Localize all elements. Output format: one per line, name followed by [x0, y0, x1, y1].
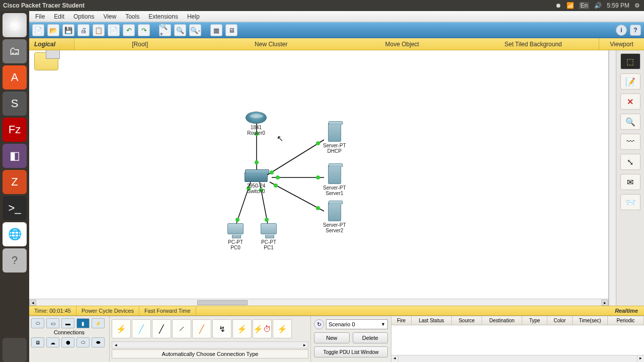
pdu-col-periodic[interactable]: Periodic	[608, 316, 644, 325]
dash-icon[interactable]: ◎	[3, 13, 27, 37]
serial-dce-icon[interactable]: ⚡⏱	[253, 319, 272, 338]
device-router0[interactable]: 1841Router0	[246, 112, 267, 136]
pdu-col-source[interactable]: Source	[452, 316, 482, 325]
record-icon[interactable]: ⏺	[555, 2, 561, 9]
auto-cable-icon[interactable]: ⚡	[112, 319, 131, 338]
simple-pdu-icon[interactable]: ✉	[620, 174, 640, 190]
straight-cable-icon[interactable]: ╱	[152, 319, 171, 338]
switches-category-icon[interactable]: ▭	[46, 318, 59, 328]
pdu-col-laststatus[interactable]: Last Status	[412, 316, 452, 325]
delete-tool-icon[interactable]: ✕	[620, 94, 640, 110]
power-icon[interactable]: ⚙	[634, 2, 640, 9]
print-icon[interactable]: 🖨	[77, 24, 90, 36]
info-icon[interactable]: i	[616, 25, 627, 36]
menu-view[interactable]: View	[103, 13, 116, 20]
undo-icon[interactable]: ↶	[123, 24, 135, 36]
pdu-hscroll[interactable]: ◂ ▸	[391, 355, 644, 362]
zoom-in-icon[interactable]: 🔍+	[159, 24, 171, 36]
device-server2[interactable]: Server-PTServer2	[323, 202, 346, 233]
misc-icon[interactable]: ⬬	[92, 337, 105, 347]
toggle-pdu-list-button[interactable]: Toggle PDU List Window	[314, 346, 388, 357]
pdu-col-color[interactable]: Color	[547, 316, 573, 325]
pdu-col-destination[interactable]: Destination	[482, 316, 522, 325]
app-icon-2[interactable]: S	[3, 92, 27, 116]
root-button[interactable]: [Root]	[74, 41, 206, 48]
app-icon-4[interactable]: Z	[3, 170, 27, 194]
power-cycle-button[interactable]: Power Cycle Devices	[76, 306, 139, 315]
conn-hscroll[interactable]: ◂ ▸	[112, 341, 308, 348]
resize-tool-icon[interactable]: ⤡	[620, 154, 640, 170]
open-file-icon[interactable]: 📂	[47, 24, 59, 36]
multiuser-icon[interactable]: ⬭	[76, 337, 90, 347]
wifi-icon[interactable]: 📶	[567, 2, 574, 9]
pdu-col-time[interactable]: Time(sec)	[573, 316, 608, 325]
device-switch0[interactable]: 2950-24Switch0	[245, 172, 268, 194]
set-tiled-bg-button[interactable]: Set Tiled Background	[468, 41, 599, 48]
menu-edit[interactable]: Edit	[54, 13, 64, 20]
scenario-cycle-icon[interactable]: ↻	[314, 319, 324, 329]
pdu-list-body[interactable]	[391, 325, 644, 355]
menu-extensions[interactable]: Extensions	[148, 13, 178, 20]
note-tool-icon[interactable]: 📝	[620, 73, 640, 89]
clock[interactable]: 5:59 PM	[607, 2, 629, 9]
select-tool-icon[interactable]: ⬚	[620, 53, 640, 69]
menu-help[interactable]: Help	[187, 13, 200, 20]
custom-devices-icon[interactable]: 🖥	[225, 24, 237, 36]
new-cluster-button[interactable]: New Cluster	[206, 41, 337, 48]
menu-options[interactable]: Options	[73, 13, 94, 20]
scroll-right-icon[interactable]: ▸	[601, 300, 608, 306]
language-indicator[interactable]: En	[579, 2, 590, 9]
menu-tools[interactable]: Tools	[125, 13, 139, 20]
wan-icon[interactable]: ☁	[46, 337, 59, 347]
hubs-category-icon[interactable]: ▬	[61, 318, 74, 328]
realtime-tab[interactable]: Realtime	[609, 308, 644, 314]
copy-icon[interactable]: 📋	[93, 24, 105, 36]
palette-icon[interactable]: ▦	[210, 24, 222, 36]
crossover-cable-icon[interactable]: ⟋	[172, 319, 191, 338]
fast-forward-button[interactable]: Fast Forward Time	[139, 306, 196, 315]
draw-tool-icon[interactable]: 〰	[620, 134, 640, 150]
workspace-hscroll[interactable]: ◂ ▸	[29, 299, 608, 306]
chrome-icon[interactable]: 🌐	[3, 222, 27, 246]
connections-category-icon[interactable]: ⚡	[92, 318, 105, 328]
complex-pdu-icon[interactable]: 📨	[620, 194, 640, 210]
help-icon[interactable]: ?	[3, 248, 27, 273]
inspect-tool-icon[interactable]: 🔍	[620, 114, 640, 130]
scroll-left-icon[interactable]: ◂	[29, 300, 36, 306]
zoom-out-icon[interactable]: 🔍-	[189, 24, 201, 36]
help-question-icon[interactable]: ?	[630, 25, 641, 36]
app-icon-1[interactable]: A	[3, 65, 27, 89]
phone-cable-icon[interactable]: ↯	[212, 319, 231, 338]
trash-icon[interactable]	[3, 338, 27, 362]
save-icon[interactable]: 💾	[62, 24, 74, 36]
pdu-col-fire[interactable]: Fire	[391, 316, 412, 325]
logical-tab[interactable]: Logical	[29, 38, 74, 50]
custom-icon[interactable]: ⬢	[61, 337, 74, 347]
device-server1[interactable]: Server-PTServer1	[323, 165, 346, 196]
console-cable-icon[interactable]: ╱	[132, 319, 151, 338]
scenario-select[interactable]: Scenario 0▼	[326, 319, 388, 329]
scenario-new-button[interactable]: New	[314, 332, 350, 343]
wireless-category-icon[interactable]: ▮	[76, 318, 90, 328]
device-pc0[interactable]: PC-PTPC0	[227, 223, 244, 250]
serial-dte-icon[interactable]: ⚡	[273, 319, 292, 338]
pdu-col-type[interactable]: Type	[522, 316, 547, 325]
files-icon[interactable]: 🗂	[3, 39, 27, 63]
device-pc1[interactable]: PC-PTPC1	[261, 223, 277, 250]
device-server-dhcp[interactable]: Server-PTDHCP	[323, 123, 346, 154]
end-devices-icon[interactable]: 🖥	[31, 337, 44, 347]
logical-workspace[interactable]: 1841Router0 2950-24Switch0 Server-PTDHCP…	[29, 50, 608, 299]
move-object-button[interactable]: Move Object	[337, 41, 468, 48]
scenario-delete-button[interactable]: Delete	[353, 332, 388, 343]
navigation-widget[interactable]	[34, 52, 58, 70]
app-icon-3[interactable]: ◧	[3, 144, 27, 168]
zoom-reset-icon[interactable]: 🔍	[174, 24, 186, 36]
volume-icon[interactable]: 🔊	[594, 2, 602, 9]
new-file-icon[interactable]: 📄	[32, 24, 44, 36]
paste-icon[interactable]: 📄	[108, 24, 120, 36]
terminal-icon[interactable]: >_	[3, 196, 27, 220]
routers-category-icon[interactable]: ⬭	[31, 318, 44, 328]
filezilla-icon[interactable]: Fz	[3, 118, 27, 142]
menu-file[interactable]: File	[35, 13, 45, 20]
redo-icon[interactable]: ↷	[138, 24, 150, 36]
